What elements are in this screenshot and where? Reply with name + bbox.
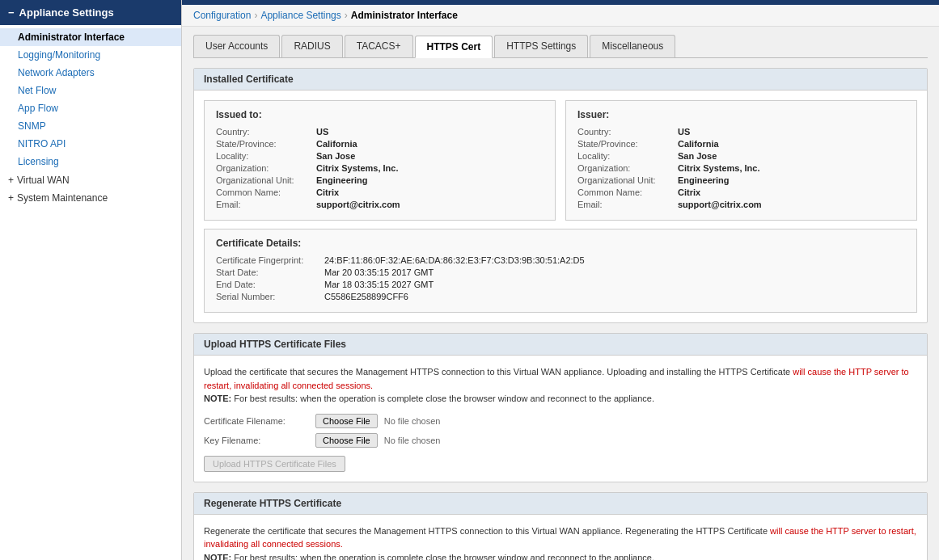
upload-highlight: will cause the HTTP server to restart, i… bbox=[204, 367, 909, 390]
detail-value: C5586E258899CFF6 bbox=[324, 292, 408, 301]
sidebar-item-nitro-api[interactable]: NITRO API bbox=[0, 135, 181, 153]
breadcrumb-configuration[interactable]: Configuration bbox=[193, 10, 251, 21]
issued-to-row: Country:US bbox=[216, 127, 544, 137]
detail-value: 24:BF:11:86:0F:32:AE:6A:DA:86:32:E3:F7:C… bbox=[324, 255, 585, 265]
regenerate-certificate-panel: Regenerate HTTPS Certificate Regenerate … bbox=[193, 492, 928, 561]
tab-https-cert[interactable]: HTTPS Cert bbox=[415, 36, 493, 58]
certificate-details-title: Certificate Details: bbox=[216, 238, 905, 249]
issued-to-row: Locality:San Jose bbox=[216, 151, 544, 161]
sidebar-item-network-adapters[interactable]: Network Adapters bbox=[0, 64, 181, 82]
issued-to-row: Common Name:Citrix bbox=[216, 187, 544, 197]
choose-file-button-key-filename[interactable]: Choose File bbox=[315, 433, 378, 448]
issued-to-row: Organization:Citrix Systems, Inc. bbox=[216, 163, 544, 173]
file-name-key-filename: No file chosen bbox=[384, 436, 441, 445]
cert-label: Email: bbox=[577, 200, 675, 209]
issued-to-row: Organizational Unit:Engineering bbox=[216, 175, 544, 185]
issuer-row: Email:support@citrix.com bbox=[577, 200, 905, 209]
tab-miscellaneous[interactable]: Miscellaneous bbox=[590, 35, 675, 57]
breadcrumb-appliance-settings[interactable]: Appliance Settings bbox=[260, 10, 340, 21]
upload-action-button[interactable]: Upload HTTPS Certificate Files bbox=[204, 456, 345, 472]
sidebar-header: − Appliance Settings bbox=[0, 0, 181, 25]
cert-label: Organizational Unit: bbox=[577, 175, 675, 185]
content-area: User AccountsRADIUSTACACS+HTTPS CertHTTP… bbox=[182, 27, 939, 560]
upload-certificate-panel: Upload HTTPS Certificate Files Upload th… bbox=[193, 333, 928, 482]
cert-label: Locality: bbox=[216, 151, 313, 161]
tab-tacacs[interactable]: TACACS+ bbox=[345, 35, 413, 57]
upload-description: Upload the certificate that secures the … bbox=[204, 365, 917, 406]
issuer-row: Common Name:Citrix bbox=[577, 187, 905, 197]
file-row-certificate-filename: Certificate Filename: Choose File No fil… bbox=[204, 414, 917, 428]
cert-detail-row: Start Date:Mar 20 03:35:15 2017 GMT bbox=[216, 267, 905, 277]
cert-value: Citrix bbox=[316, 187, 339, 197]
issuer-row: Organization:Citrix Systems, Inc. bbox=[577, 163, 905, 173]
cert-label: Country: bbox=[577, 127, 675, 137]
sidebar-group-label-system-maintenance: System Maintenance bbox=[17, 192, 108, 204]
upload-file-fields: Certificate Filename: Choose File No fil… bbox=[204, 414, 917, 448]
cert-value: US bbox=[316, 127, 328, 137]
regenerate-certificate-body: Regenerate the certificate that secures … bbox=[194, 515, 927, 561]
detail-label: Serial Number: bbox=[216, 292, 321, 301]
cert-detail-row: Certificate Fingerprint:24:BF:11:86:0F:3… bbox=[216, 255, 905, 265]
cert-label: Email: bbox=[216, 200, 313, 209]
sidebar-item-administrator-interface[interactable]: Administrator Interface bbox=[0, 28, 181, 46]
regen-highlight: will cause the HTTP server to restart, i… bbox=[204, 526, 916, 549]
minus-icon: − bbox=[8, 6, 15, 19]
detail-value: Mar 20 03:35:15 2017 GMT bbox=[324, 267, 434, 277]
regen-highlight-all: all bbox=[251, 539, 260, 549]
sidebar-item-licensing[interactable]: Licensing bbox=[0, 153, 181, 171]
file-row-key-filename: Key Filename: Choose File No file chosen bbox=[204, 433, 917, 448]
cert-value: Citrix bbox=[678, 187, 700, 197]
cert-value: support@citrix.com bbox=[678, 200, 762, 209]
breadcrumb: Configuration › Appliance Settings › Adm… bbox=[182, 5, 939, 27]
cert-value: California bbox=[316, 139, 357, 149]
sidebar-item-logging-monitoring[interactable]: Logging/Monitoring bbox=[0, 46, 181, 64]
issuer-row: Organizational Unit:Engineering bbox=[577, 175, 905, 185]
cert-detail-row: Serial Number:C5586E258899CFF6 bbox=[216, 292, 905, 301]
sidebar-item-app-flow[interactable]: App Flow bbox=[0, 99, 181, 117]
plus-icon-virtual-wan: + bbox=[8, 175, 14, 186]
cert-details-fields: Certificate Fingerprint:24:BF:11:86:0F:3… bbox=[216, 255, 905, 301]
cert-value: Engineering bbox=[678, 175, 730, 185]
detail-label: End Date: bbox=[216, 280, 321, 289]
sidebar-group-label-virtual-wan: Virtual WAN bbox=[17, 175, 70, 186]
upload-note-text: For best results: when the operation is … bbox=[234, 394, 654, 403]
file-name-certificate-filename: No file chosen bbox=[384, 416, 441, 426]
issuer-row: Locality:San Jose bbox=[577, 151, 905, 161]
installed-certificate-header: Installed Certificate bbox=[194, 69, 927, 91]
issuer-fields: Country:USState/Province:CaliforniaLocal… bbox=[577, 127, 905, 209]
sidebar-items: Administrator InterfaceLogging/Monitorin… bbox=[0, 28, 181, 171]
tab-radius[interactable]: RADIUS bbox=[281, 35, 342, 57]
installed-certificate-body: Issued to: Country:USState/Province:Cali… bbox=[194, 91, 927, 322]
cert-detail-row: End Date:Mar 18 03:35:15 2027 GMT bbox=[216, 280, 905, 289]
cert-label: State/Province: bbox=[216, 139, 313, 149]
issued-to-row: Email:support@citrix.com bbox=[216, 200, 544, 209]
sidebar-group-system-maintenance[interactable]: + System Maintenance bbox=[0, 188, 181, 206]
issuer-box: Issuer: Country:USState/Province:Califor… bbox=[565, 100, 917, 221]
cert-label: Common Name: bbox=[216, 187, 313, 197]
plus-icon-system-maintenance: + bbox=[8, 192, 14, 204]
tab-https-settings[interactable]: HTTPS Settings bbox=[494, 35, 588, 57]
regenerate-certificate-header: Regenerate HTTPS Certificate bbox=[194, 493, 927, 515]
cert-label: Locality: bbox=[577, 151, 675, 161]
sidebar-section-appliance: Administrator InterfaceLogging/Monitorin… bbox=[0, 25, 181, 209]
cert-label: Organizational Unit: bbox=[216, 175, 313, 185]
certificate-details-box: Certificate Details: Certificate Fingerp… bbox=[204, 229, 917, 313]
upload-note-label: NOTE: bbox=[204, 394, 231, 403]
tabs-container: User AccountsRADIUSTACACS+HTTPS CertHTTP… bbox=[193, 35, 928, 58]
breadcrumb-sep-1: › bbox=[254, 10, 257, 21]
issued-to-row: State/Province:California bbox=[216, 139, 544, 149]
cert-value: Citrix Systems, Inc. bbox=[316, 163, 399, 173]
regen-description: Regenerate the certificate that secures … bbox=[204, 524, 917, 561]
sidebar-group-virtual-wan[interactable]: + Virtual WAN bbox=[0, 171, 181, 188]
file-label-key-filename: Key Filename: bbox=[204, 436, 309, 445]
sidebar-item-net-flow[interactable]: Net Flow bbox=[0, 82, 181, 99]
cert-value: Citrix Systems, Inc. bbox=[678, 163, 760, 173]
sidebar-header-label: Appliance Settings bbox=[19, 6, 114, 19]
sidebar-item-snmp[interactable]: SNMP bbox=[0, 117, 181, 135]
cert-value: San Jose bbox=[316, 151, 355, 161]
tab-user-accounts[interactable]: User Accounts bbox=[193, 35, 280, 57]
choose-file-button-certificate-filename[interactable]: Choose File bbox=[315, 414, 378, 428]
issuer-title: Issuer: bbox=[577, 109, 905, 120]
upload-certificate-header: Upload HTTPS Certificate Files bbox=[194, 334, 927, 356]
issuer-row: State/Province:California bbox=[577, 139, 905, 149]
